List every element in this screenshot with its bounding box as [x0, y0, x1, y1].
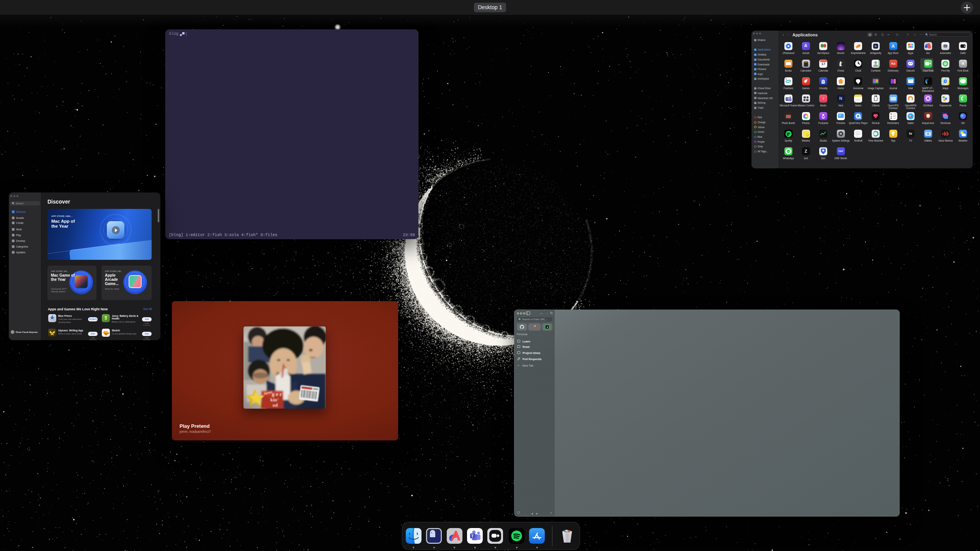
svg-text:T: T	[471, 534, 474, 538]
svg-text:>_: >_	[431, 531, 434, 534]
